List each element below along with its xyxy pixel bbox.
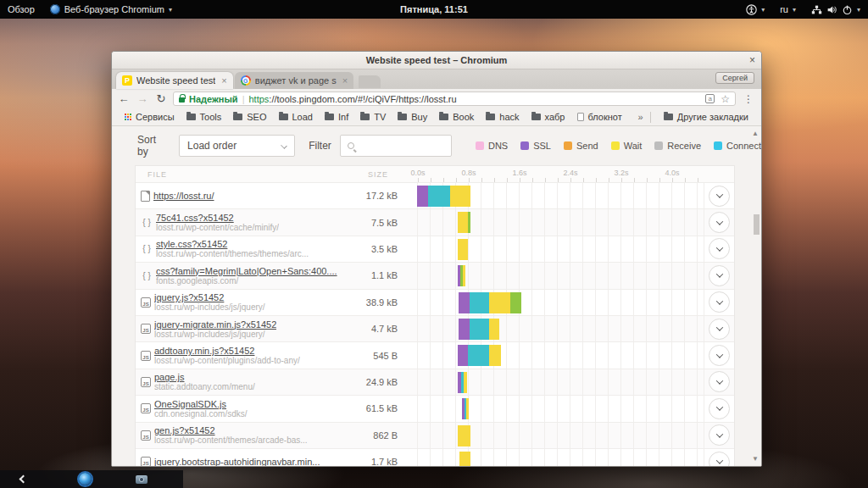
expand-cell	[704, 290, 734, 315]
file-path: losst.ru/wp-content/themes/arcade-bas...	[154, 435, 308, 445]
file-link[interactable]: addtoany.min.js?x51452	[154, 346, 300, 356]
bookmarks-overflow-button[interactable]: »	[638, 112, 650, 122]
activities-button[interactable]: Обзор	[0, 0, 42, 19]
file-link[interactable]: 75c41.css?x51452	[156, 213, 279, 223]
reload-button[interactable]: ↻	[154, 92, 168, 105]
app-menu-button[interactable]: Веб-браузер Chromium ▾	[42, 0, 180, 19]
expand-row-button[interactable]	[709, 452, 730, 467]
system-status-menu[interactable]: ▾	[804, 0, 868, 19]
profile-button[interactable]: Сергей	[715, 72, 754, 84]
apps-icon	[125, 114, 131, 120]
bookmark-item[interactable]: Book	[433, 112, 480, 122]
legend-item: DNS	[476, 141, 508, 151]
scroll-up-arrow[interactable]: ▲	[752, 130, 759, 137]
collapse-chevron-icon[interactable]	[19, 475, 28, 484]
bookmark-star-icon[interactable]: ☆	[721, 93, 730, 105]
bookmark-item[interactable]: TV	[354, 112, 392, 122]
keyboard-layout-menu[interactable]: ru ▾	[772, 0, 804, 19]
bookmark-item[interactable]: Buy	[392, 112, 433, 122]
forward-button[interactable]: →	[136, 92, 149, 105]
table-row: JS jquery.bootstrap-autohidingnavbar.min…	[136, 449, 734, 467]
file-path: fonts.googleapis.com/	[156, 276, 337, 286]
time-tick-label: 0.8s	[461, 169, 476, 177]
bookmark-item[interactable]: SEO	[227, 112, 272, 122]
browser-dock-icon[interactable]	[79, 473, 92, 485]
sort-by-select[interactable]: Load order	[179, 135, 295, 157]
bookmark-item[interactable]: блокнот	[571, 112, 628, 122]
bookmark-label: Tools	[200, 112, 222, 122]
chevron-down-icon	[715, 377, 722, 384]
file-link[interactable]: css?family=Megrim|Lato|Open+Sans:400....	[156, 266, 337, 276]
security-label[interactable]: Надежный	[189, 94, 238, 104]
waterfall-cell	[415, 369, 704, 395]
legend-label: DNS	[488, 141, 508, 151]
chevron-down-icon	[715, 351, 722, 358]
expand-row-button[interactable]	[709, 398, 730, 419]
screenshot-dock-icon[interactable]	[136, 475, 147, 484]
folder-icon	[664, 114, 673, 120]
expand-row-button[interactable]	[709, 186, 730, 207]
file-link[interactable]: https://losst.ru/	[153, 191, 214, 201]
filter-input[interactable]	[340, 135, 452, 157]
file-link[interactable]: jquery.bootstrap-autohidingnavbar.min...	[154, 457, 320, 467]
size-cell: 3.5 kB	[347, 244, 415, 254]
browser-tab[interactable]: PWebsite speed test×	[116, 72, 233, 89]
expand-row-button[interactable]	[709, 424, 730, 446]
file-link[interactable]: page.js	[154, 372, 255, 382]
scrollbar-thumb[interactable]	[754, 214, 760, 235]
file-link[interactable]: jquery-migrate.min.js?x51452	[154, 319, 276, 330]
bookmark-item[interactable]: Load	[273, 112, 319, 122]
browser-menu-button[interactable]: ⋮	[741, 93, 756, 105]
back-button[interactable]: ←	[117, 92, 131, 105]
search-icon	[348, 142, 354, 149]
legend-label: Connect	[726, 141, 761, 151]
waterfall-segment-connect	[428, 186, 450, 207]
file-path: losst.ru/wp-content/themes/themes/arc...	[156, 249, 309, 258]
css-icon: { }	[141, 271, 153, 280]
time-tick-label: 0.0s	[410, 169, 425, 177]
translate-icon[interactable]: a	[705, 94, 715, 103]
waterfall-cell	[415, 342, 704, 368]
waterfall-cell	[415, 236, 704, 262]
bookmark-label: Другие закладки	[677, 112, 748, 122]
file-link[interactable]: OneSignalSDK.js	[154, 399, 248, 409]
bookmark-label: Book	[453, 112, 474, 122]
window-close-button[interactable]: ×	[749, 53, 755, 67]
browser-tab[interactable]: виджет vk и page s×	[235, 72, 353, 89]
clock-label[interactable]: Пятница, 11:51	[400, 4, 468, 14]
accessibility-menu[interactable]: ▾	[738, 0, 772, 19]
file-cell: { } style.css?x51452 losst.ru/wp-content…	[136, 239, 347, 258]
bookmark-item[interactable]: Inf	[319, 112, 354, 122]
address-bar[interactable]: Надежный | https://tools.pingdom.com/#!/…	[173, 92, 736, 106]
legend-item: Wait	[611, 141, 643, 151]
expand-row-button[interactable]	[709, 371, 730, 392]
accessibility-icon	[746, 4, 757, 15]
expand-row-button[interactable]	[709, 291, 730, 313]
dock-bar	[0, 470, 183, 488]
window-titlebar[interactable]: Website speed test – Chromium ×	[112, 52, 761, 69]
css-icon: { }	[141, 218, 153, 227]
new-tab-button[interactable]	[359, 75, 381, 88]
legend-swatch	[714, 141, 722, 150]
bookmark-item[interactable]: Tools	[181, 112, 228, 122]
other-bookmarks-button[interactable]: Другие закладки	[658, 112, 754, 122]
bookmark-item[interactable]: хабр	[526, 112, 571, 122]
file-link[interactable]: jquery.js?x51452	[154, 292, 265, 302]
network-icon	[811, 4, 822, 15]
expand-row-button[interactable]	[709, 319, 730, 340]
expand-row-button[interactable]	[709, 212, 730, 233]
chevron-down-icon	[715, 218, 722, 225]
scroll-down-arrow[interactable]: ▼	[752, 455, 759, 463]
tab-close-button[interactable]: ×	[341, 75, 348, 86]
expand-row-button[interactable]	[709, 265, 730, 286]
expand-row-button[interactable]	[709, 345, 730, 366]
file-cell: { } 75c41.css?x51452 losst.ru/wp-content…	[136, 213, 347, 232]
bookmark-item[interactable]: Сервисы	[119, 112, 181, 122]
file-link[interactable]: gen.js?x51452	[154, 425, 308, 435]
activities-label: Обзор	[8, 4, 35, 14]
file-path: losst.ru/wp-includes/js/jquery/	[154, 302, 265, 312]
tab-close-button[interactable]: ×	[220, 75, 226, 86]
file-link[interactable]: style.css?x51452	[156, 239, 309, 249]
bookmark-item[interactable]: hack	[480, 112, 525, 122]
expand-row-button[interactable]	[709, 238, 730, 259]
